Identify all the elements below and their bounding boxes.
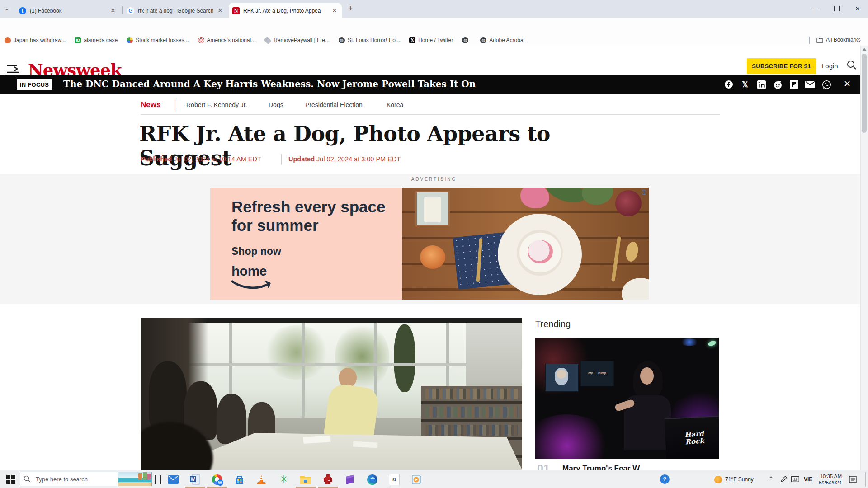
published-row: Published Jul 02, 2024 at 10:14 AM EDT bbox=[141, 155, 261, 163]
facebook-share-icon[interactable] bbox=[724, 80, 734, 89]
bookmark-item[interactable]: 𝕏 Home / Twitter bbox=[409, 37, 453, 43]
tab-separator bbox=[122, 6, 123, 14]
tab-close-icon[interactable]: ✕ bbox=[109, 7, 117, 14]
amazon-app-icon[interactable]: a bbox=[389, 474, 400, 485]
bookmark-item[interactable]: Japan has withdraw... bbox=[5, 37, 66, 43]
notification-center-icon[interactable] bbox=[849, 476, 857, 483]
search-highlight-image[interactable] bbox=[118, 472, 151, 486]
bookmark-label: Japan has withdraw... bbox=[14, 37, 66, 43]
flipboard-share-icon[interactable] bbox=[789, 80, 799, 89]
bookmark-label: RemovePaywall | Fre... bbox=[274, 37, 330, 43]
weather-text[interactable]: 71°F Sunny bbox=[725, 476, 754, 483]
diamond-favicon-icon bbox=[264, 36, 272, 44]
green-burst-app-icon[interactable]: ✳ bbox=[278, 474, 289, 485]
tray-expand-chevron-icon[interactable]: ⌃ bbox=[769, 475, 774, 482]
tab-facebook[interactable]: f (1) Facebook ✕ bbox=[15, 3, 120, 18]
ad-small-plate bbox=[622, 278, 649, 300]
tab-newsweek-active[interactable]: N RFK Jr. Ate a Dog, Photo Appea ✕ bbox=[229, 3, 342, 18]
browser-toolbar: newsweek.com/robert-f-kennedy-jr-ate-dog… bbox=[0, 18, 868, 35]
new-tab-button[interactable]: + bbox=[348, 4, 353, 13]
whatsapp-share-icon[interactable] bbox=[821, 80, 831, 89]
ad-leaf bbox=[579, 188, 616, 208]
facebook-favicon: f bbox=[19, 7, 26, 14]
show-desktop-divider[interactable] bbox=[865, 472, 866, 487]
vlc-app-icon[interactable] bbox=[256, 474, 267, 485]
bookmark-item[interactable]: Q America's national... bbox=[198, 37, 256, 43]
breadcrumb-divider bbox=[175, 98, 175, 111]
file-explorer-icon[interactable] bbox=[300, 474, 311, 485]
task-view-icon[interactable] bbox=[155, 475, 161, 484]
trending-teaser[interactable]: Mary Trump's Fear W bbox=[562, 464, 716, 470]
email-share-icon[interactable] bbox=[805, 80, 815, 89]
reddit-share-icon[interactable] bbox=[773, 80, 783, 89]
edge-app-icon[interactable] bbox=[367, 474, 377, 485]
close-focus-bar-icon[interactable]: ✕ bbox=[844, 79, 851, 89]
scrollbar-up-arrow[interactable] bbox=[862, 48, 867, 51]
breadcrumb-tag[interactable]: Presidential Election bbox=[305, 101, 363, 108]
updated-row: Updated Jul 02, 2024 at 3:00 PM EDT bbox=[288, 155, 401, 163]
bookmark-item[interactable]: ◍ St. Louis Horror! Ho... bbox=[339, 37, 400, 43]
bookmark-item[interactable]: RemovePaywall | Fre... bbox=[264, 37, 330, 43]
taskbar-search-icon bbox=[24, 475, 31, 483]
peacock-favicon-icon bbox=[127, 37, 133, 43]
window-minimize-button[interactable]: — bbox=[806, 0, 826, 17]
breadcrumb-section[interactable]: News bbox=[141, 100, 160, 109]
in-focus-headline[interactable]: The DNC Danced Around A Key Harris Weakn… bbox=[63, 79, 476, 89]
all-bookmarks-button[interactable]: All Bookmarks bbox=[816, 37, 861, 43]
login-button[interactable]: Login bbox=[821, 62, 838, 70]
ad-cta[interactable]: Shop now bbox=[231, 245, 281, 258]
in-focus-tag: IN FOCUS bbox=[17, 79, 52, 90]
tray-time: 10:35 AM bbox=[816, 473, 842, 479]
ad-headline-line2: for summer bbox=[231, 216, 386, 235]
bookmark-item[interactable]: Stock market losses... bbox=[127, 37, 189, 43]
subscribe-button[interactable]: SUBSCRIBE FOR $1 bbox=[747, 58, 816, 74]
start-button[interactable] bbox=[6, 475, 15, 484]
scrollbar-thumb[interactable] bbox=[862, 54, 867, 133]
window-close-button[interactable]: ✕ bbox=[847, 0, 868, 17]
tray-clock[interactable]: 10:35 AM 8/25/2024 bbox=[816, 473, 842, 486]
bookmark-label: St. Louis Horror! Ho... bbox=[348, 37, 400, 43]
tab-search-chevron-icon[interactable]: ⌄ bbox=[5, 5, 9, 12]
bookmark-label: Home / Twitter bbox=[418, 37, 453, 43]
site-menu-icon[interactable] bbox=[6, 65, 20, 74]
ad-strip: ADVERTISING Refresh every space for summ… bbox=[0, 174, 868, 304]
adchoices-icon[interactable]: ⓘ bbox=[642, 189, 647, 197]
site-search-icon[interactable] bbox=[846, 60, 857, 70]
trending-image[interactable]: ary L. Trump Hard Rock bbox=[535, 338, 719, 459]
pen-tray-icon[interactable] bbox=[780, 476, 787, 483]
x-share-icon[interactable]: 𝕏 bbox=[740, 80, 750, 89]
media-book-app-icon[interactable] bbox=[411, 474, 422, 485]
help-tray-icon[interactable]: ? bbox=[660, 474, 670, 484]
tab-title: rfk jr ate a dog - Google Search bbox=[138, 8, 214, 14]
mail-app-icon[interactable] bbox=[168, 474, 179, 485]
tab-close-icon[interactable]: ✕ bbox=[331, 7, 338, 14]
trending-screen-text: ary L. Trump bbox=[580, 361, 614, 386]
ad-headline-line1: Refresh every space bbox=[231, 197, 386, 216]
ad-candle-box bbox=[415, 191, 450, 226]
ad-photo bbox=[402, 188, 649, 300]
word-app-icon[interactable]: W bbox=[189, 474, 200, 485]
bookmark-item[interactable]: ◍ bbox=[462, 37, 471, 43]
tab-close-icon[interactable]: ✕ bbox=[217, 7, 224, 14]
language-indicator[interactable]: VIE bbox=[804, 476, 812, 483]
touch-keyboard-tray-icon[interactable] bbox=[791, 476, 799, 482]
breadcrumb-tag[interactable]: Robert F. Kennedy Jr. bbox=[186, 101, 247, 108]
store-app-icon[interactable] bbox=[234, 474, 245, 485]
bookmark-item[interactable]: ◍ Adobe Acrobat bbox=[480, 37, 525, 43]
tray-date: 8/25/2024 bbox=[816, 479, 842, 486]
movies-tv-app-icon[interactable] bbox=[344, 474, 355, 485]
breadcrumb-tag[interactable]: Korea bbox=[387, 101, 403, 108]
ad-knife bbox=[611, 236, 621, 282]
sun-weather-icon[interactable] bbox=[714, 476, 722, 483]
red-pixel-app-icon[interactable] bbox=[322, 474, 333, 485]
ad-banner[interactable]: Refresh every space for summer Shop now … bbox=[210, 188, 649, 300]
tab-google-search[interactable]: G rfk jr ate a dog - Google Search ✕ bbox=[123, 3, 227, 18]
bookmark-item[interactable]: ID alameda case bbox=[75, 37, 118, 43]
torch-favicon-icon bbox=[5, 37, 11, 43]
chrome-app-icon[interactable]: W bbox=[212, 474, 222, 485]
linkedin-share-icon[interactable] bbox=[756, 80, 766, 89]
breadcrumb-tag[interactable]: Dogs bbox=[269, 101, 283, 108]
trending-title: Trending bbox=[535, 319, 571, 329]
svg-text:W: W bbox=[191, 477, 195, 482]
window-maximize-button[interactable] bbox=[826, 0, 847, 17]
